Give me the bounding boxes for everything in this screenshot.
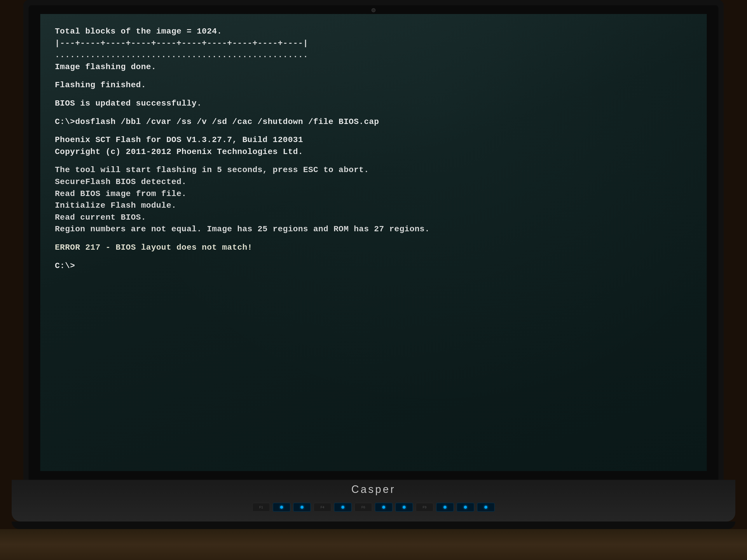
key-f6[interactable]: F6 <box>355 503 372 512</box>
brand-bar: Casper <box>351 482 396 497</box>
key-f2[interactable] <box>273 503 290 512</box>
brand-logo: Casper <box>351 483 396 496</box>
camera <box>371 8 376 12</box>
key-f8[interactable] <box>395 503 413 512</box>
terminal-line: Read current BIOS. <box>55 212 692 224</box>
terminal-spacer <box>55 235 692 242</box>
terminal-line: Copyright (c) 2011-2012 Phoenix Technolo… <box>55 146 692 158</box>
key-f9[interactable]: F9 <box>416 503 433 512</box>
terminal-line: Region numbers are not equal. Image has … <box>55 223 692 235</box>
terminal-spacer <box>55 158 692 164</box>
terminal-spacer <box>55 73 692 79</box>
terminal-line: Flashing finished. <box>55 79 692 91</box>
laptop-bottom: Casper F1F4F6F9 <box>12 480 735 521</box>
laptop-body: Total blocks of the image = 1024.|---+--… <box>23 0 724 480</box>
terminal-line: C:\>dosflash /bbl /cvar /ss /v /sd /cac … <box>55 116 692 128</box>
terminal-line: Phoenix SCT Flash for DOS V1.3.27.7, Bui… <box>55 134 692 146</box>
key-f11[interactable] <box>457 503 474 512</box>
terminal-line: C:\> <box>55 260 692 272</box>
terminal-line: ........................................… <box>55 49 692 61</box>
terminal-line: |---+----+----+----+----+----+----+----+… <box>55 37 692 50</box>
terminal-spacer <box>55 128 692 134</box>
screen-content: Total blocks of the image = 1024.|---+--… <box>40 14 707 471</box>
function-key-row: F1F4F6F9 <box>252 503 495 512</box>
keyboard-area: F1F4F6F9 <box>12 497 735 520</box>
key-f4[interactable]: F4 <box>314 503 331 512</box>
laptop-bottom-edge <box>12 522 735 529</box>
terminal-line: SecureFlash BIOS detected. <box>55 176 692 188</box>
key-f7[interactable] <box>375 503 392 512</box>
desk-surface <box>0 529 747 560</box>
terminal-line: Image flashing done. <box>55 61 692 73</box>
terminal-spacer <box>55 254 692 260</box>
key-f10[interactable] <box>436 503 454 512</box>
terminal-line: BIOS is updated successfully. <box>55 98 692 110</box>
key-f3[interactable] <box>293 503 311 512</box>
key-f12[interactable] <box>477 503 495 512</box>
terminal-line: The tool will start flashing in 5 second… <box>55 164 692 176</box>
terminal-line: Total blocks of the image = 1024. <box>55 26 692 37</box>
key-f5[interactable] <box>334 503 352 512</box>
terminal-spacer <box>55 91 692 98</box>
terminal-line: Initialize Flash module. <box>55 200 692 212</box>
terminal-spacer <box>55 110 692 116</box>
terminal-line: ERROR 217 - BIOS layout does not match! <box>55 242 692 254</box>
terminal-line: Read BIOS image from file. <box>55 188 692 200</box>
screen-bezel: Total blocks of the image = 1024.|---+--… <box>29 5 718 480</box>
key-f1[interactable]: F1 <box>252 503 270 512</box>
keyboard: F1F4F6F9 <box>53 503 694 514</box>
